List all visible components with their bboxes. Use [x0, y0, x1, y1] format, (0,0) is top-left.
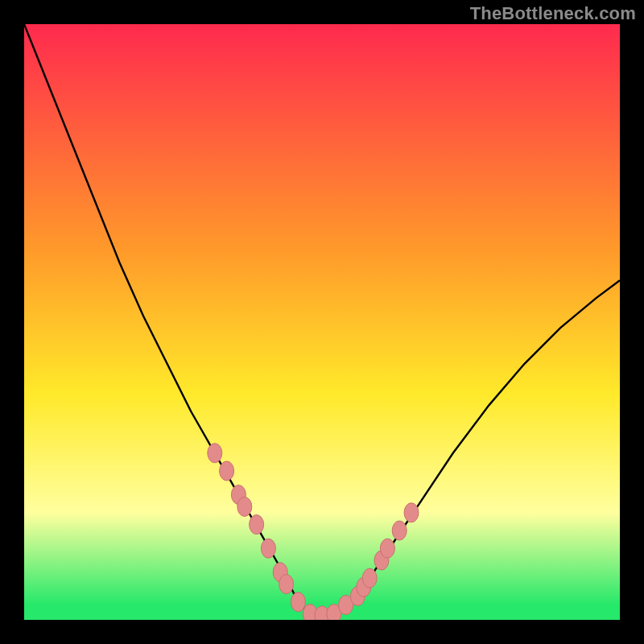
marker-dot [250, 515, 264, 535]
watermark-text: TheBottleneck.com [470, 3, 636, 24]
marker-dot [261, 539, 275, 558]
marker-dot [279, 575, 294, 594]
marker-dot [392, 521, 407, 540]
marker-dot [237, 497, 252, 516]
marker-dot [362, 568, 377, 588]
marker-dot [220, 461, 234, 481]
plot-area [24, 24, 620, 620]
marker-dot [291, 592, 305, 612]
gradient-background [24, 24, 620, 620]
chart-stage: TheBottleneck.com [0, 0, 644, 644]
marker-dot [380, 539, 394, 558]
marker-dot [208, 444, 222, 463]
marker-dot [404, 503, 419, 522]
chart-svg [24, 24, 620, 620]
